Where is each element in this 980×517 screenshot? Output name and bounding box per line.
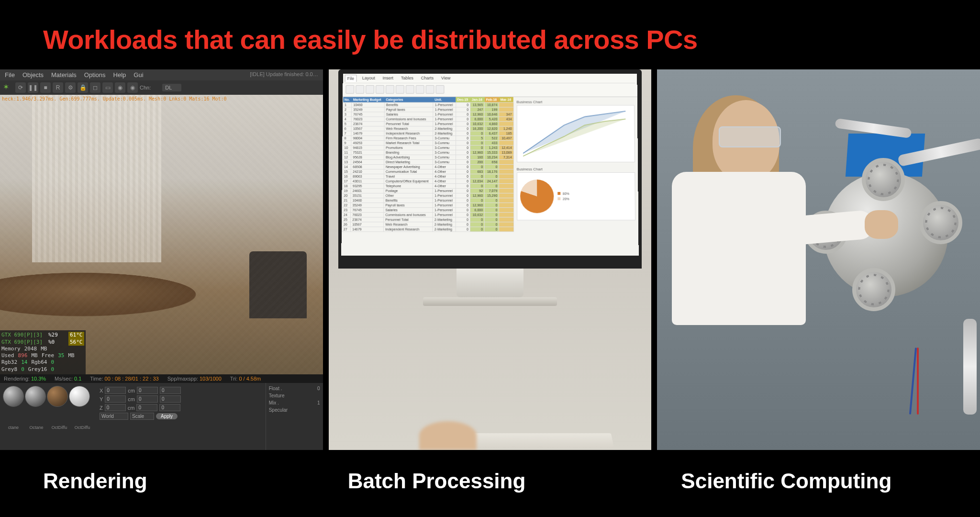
- table-row[interactable]: 2523674Personnel Total2-Marketing000: [342, 217, 513, 222]
- cell[interactable]: 0: [456, 146, 470, 150]
- cell[interactable]: 0: [485, 203, 499, 208]
- cell[interactable]: 0: [485, 164, 499, 169]
- cell[interactable]: 1-Personnel: [433, 122, 456, 126]
- cell[interactable]: 16: [342, 174, 351, 179]
- cell[interactable]: 347: [499, 112, 513, 117]
- table-row[interactable]: 235249Payroll taxes1-Personnel0247199: [343, 107, 513, 112]
- cell[interactable]: 199: [485, 107, 499, 112]
- table-row[interactable]: 1468508Newspaper Advertising4-Other000: [342, 164, 513, 169]
- cell[interactable]: 0: [456, 169, 470, 174]
- cell[interactable]: Commissions and bonuses: [384, 117, 433, 122]
- cell[interactable]: 12,820: [485, 126, 499, 131]
- cell[interactable]: 0: [456, 122, 470, 126]
- menu-objects[interactable]: Objects: [22, 71, 44, 79]
- cell[interactable]: 247: [470, 107, 485, 112]
- cell[interactable]: 0: [470, 222, 484, 227]
- cell[interactable]: Direct Marketing: [384, 160, 433, 165]
- cell[interactable]: 4-Other: [433, 174, 456, 179]
- cell[interactable]: 12,960: [470, 193, 484, 198]
- cell[interactable]: 10460: [351, 198, 384, 203]
- cell[interactable]: Salaries: [384, 208, 433, 213]
- cell[interactable]: 0: [470, 174, 484, 179]
- cell[interactable]: [499, 179, 513, 184]
- world-select[interactable]: [100, 413, 128, 420]
- cell[interactable]: 4-Other: [433, 169, 456, 174]
- cell[interactable]: 10,234: [485, 155, 499, 160]
- cell[interactable]: 1: [343, 102, 351, 107]
- cell[interactable]: [499, 141, 513, 146]
- hdr-no[interactable]: No.: [343, 97, 352, 102]
- cell[interactable]: Independent Research: [384, 227, 433, 232]
- cell[interactable]: 5,420: [485, 117, 499, 122]
- cell[interactable]: [499, 184, 513, 189]
- table-row[interactable]: 523674Personnel Total1-Personnel010,6324…: [343, 122, 513, 126]
- cell[interactable]: 3-Commu: [433, 141, 456, 146]
- menu-file[interactable]: File: [5, 71, 15, 79]
- table-row[interactable]: 2476023Commissions and bonuses1-Personne…: [342, 213, 513, 217]
- cell[interactable]: [499, 102, 513, 107]
- cell[interactable]: 43011: [351, 179, 384, 184]
- cell[interactable]: [499, 222, 513, 227]
- cell[interactable]: 3-Commu: [433, 160, 456, 165]
- table-row[interactable]: 1893295Telephone4-Other000: [342, 184, 513, 189]
- cell[interactable]: 24: [342, 213, 350, 217]
- cell[interactable]: 23674: [351, 217, 384, 222]
- table-row[interactable]: 2714679Independent Research2-Marketing00…: [342, 227, 513, 232]
- cell[interactable]: 93295: [351, 184, 384, 189]
- cell[interactable]: 3-Commu: [433, 146, 456, 150]
- cell[interactable]: 5: [470, 136, 485, 141]
- material-ball-2[interactable]: [47, 386, 68, 407]
- cell[interactable]: 1-Personnel: [433, 117, 456, 122]
- scale-select[interactable]: [130, 413, 154, 420]
- cell[interactable]: Postage: [384, 189, 433, 193]
- cell[interactable]: 21: [342, 198, 351, 203]
- cell[interactable]: 0: [456, 198, 470, 203]
- cell[interactable]: 0: [456, 179, 470, 184]
- table-row[interactable]: 1324564Direct Marketing3-Commu0200658: [342, 160, 513, 165]
- cell[interactable]: 0: [456, 126, 470, 131]
- cell[interactable]: 0: [456, 174, 470, 179]
- table-row[interactable]: 2110460Benefits1-Personnel000: [342, 198, 513, 203]
- coord-y-scl[interactable]: [160, 395, 181, 403]
- tool-btn-4[interactable]: [386, 85, 394, 94]
- tab-layout[interactable]: Layout: [360, 75, 377, 82]
- cell[interactable]: Payroll taxes: [384, 107, 433, 112]
- pin-b-icon[interactable]: ◉: [127, 82, 138, 93]
- cell[interactable]: 89063: [351, 174, 384, 179]
- tool-btn-1[interactable]: [356, 85, 364, 94]
- cell[interactable]: 2-Marketing: [433, 222, 455, 227]
- cell[interactable]: 7,314: [499, 155, 513, 160]
- cell[interactable]: Newspaper Advertising: [384, 164, 433, 169]
- cell[interactable]: 23674: [351, 122, 384, 126]
- lock-icon[interactable]: 🔒: [78, 82, 88, 93]
- cell[interactable]: 1-Personnel: [433, 107, 456, 112]
- cell[interactable]: 24210: [351, 169, 384, 174]
- cell[interactable]: 13: [342, 160, 351, 165]
- cell[interactable]: 0: [456, 208, 470, 213]
- cell[interactable]: 12: [342, 155, 351, 160]
- cell[interactable]: 10,632: [470, 213, 484, 217]
- cell[interactable]: 24,147: [485, 179, 499, 184]
- hdr-feb16[interactable]: Feb-16: [485, 97, 499, 102]
- material-ball-0[interactable]: [3, 386, 24, 407]
- cell[interactable]: 27: [342, 227, 350, 232]
- cell[interactable]: Independent Research: [384, 131, 433, 136]
- cell[interactable]: 19: [342, 189, 351, 193]
- cell[interactable]: 98004: [351, 136, 384, 141]
- cell[interactable]: 1-Personnel: [433, 198, 455, 203]
- cell[interactable]: 0: [484, 222, 499, 227]
- cell[interactable]: 0: [456, 102, 470, 107]
- cell[interactable]: 11: [343, 150, 351, 155]
- cell[interactable]: 0: [456, 131, 470, 136]
- cell[interactable]: 12,960: [470, 203, 484, 208]
- cell[interactable]: 15,290: [485, 193, 499, 198]
- cell[interactable]: 25: [342, 217, 350, 222]
- cell[interactable]: 2-Marketing: [433, 131, 456, 136]
- material-ball-1[interactable]: [25, 386, 46, 407]
- gear-icon[interactable]: ⚙: [65, 82, 76, 93]
- cell[interactable]: Blog Advertising: [384, 155, 433, 160]
- cell[interactable]: 0: [456, 184, 470, 189]
- cell[interactable]: Branding: [384, 150, 433, 155]
- table-row[interactable]: 1094815Promotions3-Commu001,24312,414: [343, 146, 513, 150]
- cell[interactable]: 1,240: [499, 126, 513, 131]
